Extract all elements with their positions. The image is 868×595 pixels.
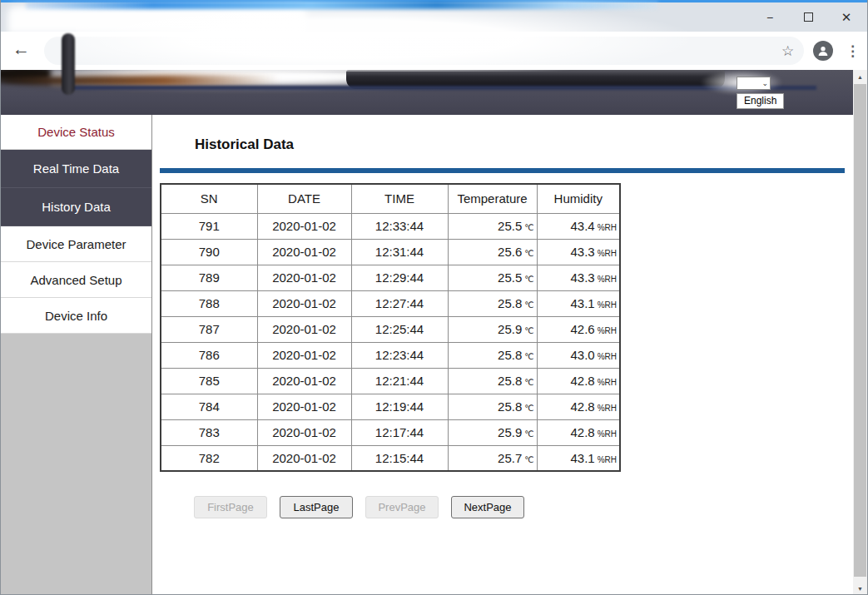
accent-rule (160, 168, 845, 173)
humidity-unit: %RH (598, 455, 617, 464)
cell-date: 2020-01-02 (257, 342, 351, 368)
cell-temperature: 25.8℃ (448, 368, 537, 394)
page-banner-photo: ⌄ English (1, 70, 853, 115)
browser-window: − ✕ ← ☆ ⋮ ⌄ (0, 0, 868, 595)
cell-humidity: 42.8%RH (537, 394, 620, 419)
cell-date: 2020-01-02 (257, 368, 351, 394)
humidity-unit: %RH (598, 275, 617, 284)
column-header-humidity: Humidity (537, 184, 620, 213)
sidebar-item-real-time-data[interactable]: Real Time Data (1, 150, 151, 188)
temperature-unit: ℃ (524, 300, 533, 310)
cell-time: 12:25:44 (351, 316, 448, 342)
language-select[interactable]: ⌄ (737, 77, 771, 90)
table-row: 7842020-01-0212:19:4425.8℃42.8%RH (161, 394, 620, 419)
sidebar-item-device-parameter[interactable]: Device Parameter (1, 226, 151, 262)
cell-temperature: 25.5℃ (448, 265, 537, 290)
cell-time: 12:33:44 (351, 213, 448, 239)
lastpage-button[interactable]: LastPage (280, 496, 353, 518)
pagination: FirstPageLastPagePrevPageNextPage (194, 496, 853, 518)
cell-time: 12:27:44 (351, 290, 448, 316)
temperature-unit: ℃ (524, 455, 533, 464)
temperature-unit: ℃ (524, 249, 533, 258)
temperature-unit: ℃ (524, 378, 533, 387)
content-panel: Historical Data SNDATETIMETemperatureHum… (152, 115, 853, 595)
close-icon[interactable]: ✕ (827, 2, 866, 32)
column-header-sn: SN (161, 184, 257, 213)
banner-glare (51, 70, 517, 90)
minimize-icon[interactable]: − (751, 2, 789, 32)
column-header-temperature: Temperature (448, 184, 537, 213)
sidebar-item-advanced-setup[interactable]: Advanced Setup (1, 262, 151, 298)
cell-date: 2020-01-02 (257, 290, 351, 316)
sidebar-item-device-info[interactable]: Device Info (1, 298, 151, 334)
cell-temperature: 25.9℃ (448, 316, 537, 342)
table-body: 7912020-01-0212:33:4425.5℃43.4%RH7902020… (161, 213, 620, 471)
table-row: 7852020-01-0212:21:4425.8℃42.8%RH (161, 368, 620, 394)
maximize-box (804, 12, 813, 22)
cell-date: 2020-01-02 (257, 265, 351, 290)
browser-tab[interactable] (7, 6, 307, 34)
temperature-unit: ℃ (524, 352, 533, 361)
cell-humidity: 42.8%RH (537, 368, 620, 394)
cell-time: 12:21:44 (351, 368, 448, 394)
column-header-date: DATE (257, 184, 351, 213)
cell-time: 12:15:44 (351, 445, 448, 471)
table-row: 7832020-01-0212:17:4425.9℃42.8%RH (161, 419, 620, 445)
cell-sn: 788 (161, 290, 257, 316)
humidity-unit: %RH (598, 352, 617, 361)
bookmark-star-icon[interactable]: ☆ (781, 42, 794, 60)
cell-temperature: 25.8℃ (448, 342, 537, 368)
scrollbar[interactable]: ▲ ▼ (853, 70, 867, 595)
table-header-row: SNDATETIMETemperatureHumidity (161, 184, 620, 213)
person-glyph (816, 44, 830, 57)
address-bar[interactable] (44, 37, 804, 65)
cell-sn: 783 (161, 419, 257, 445)
sidebar-item-device-status[interactable]: Device Status (1, 115, 151, 150)
profile-avatar-icon[interactable] (813, 41, 833, 61)
title-bar: − ✕ (1, 2, 867, 32)
cell-humidity: 43.1%RH (537, 445, 620, 471)
cell-sn: 786 (161, 342, 257, 368)
cell-temperature: 25.7℃ (448, 445, 537, 471)
cell-time: 12:19:44 (351, 394, 448, 419)
back-icon[interactable]: ← (12, 39, 30, 59)
cell-humidity: 43.3%RH (537, 239, 620, 265)
cell-date: 2020-01-02 (257, 316, 351, 342)
cell-sn: 787 (161, 316, 257, 342)
humidity-unit: %RH (598, 326, 617, 335)
banner-brown-blur (1, 75, 375, 87)
table-row: 7912020-01-0212:33:4425.5℃43.4%RH (161, 213, 620, 239)
maximize-icon[interactable] (789, 2, 827, 32)
cell-time: 12:23:44 (351, 342, 448, 368)
temperature-unit: ℃ (524, 404, 533, 413)
language-option-english[interactable]: English (737, 93, 784, 109)
cell-sn: 785 (161, 368, 257, 394)
cell-humidity: 43.4%RH (537, 213, 620, 239)
nextpage-button[interactable]: NextPage (451, 496, 524, 518)
banner-dark-blob (1, 70, 52, 82)
page-title: Historical Data (195, 136, 853, 153)
humidity-unit: %RH (598, 404, 617, 413)
cell-humidity: 43.0%RH (537, 342, 620, 368)
temperature-unit: ℃ (524, 326, 533, 335)
cell-humidity: 43.1%RH (537, 290, 620, 316)
cell-date: 2020-01-02 (257, 394, 351, 419)
menu-dots-icon[interactable]: ⋮ (846, 42, 860, 60)
cell-date: 2020-01-02 (257, 213, 351, 239)
cell-sn: 789 (161, 265, 257, 290)
window-controls: − ✕ (751, 2, 866, 32)
scroll-up-icon[interactable]: ▲ (853, 70, 867, 83)
main-area: Device StatusReal Time DataHistory DataD… (1, 115, 853, 595)
humidity-unit: %RH (598, 300, 617, 310)
scrollbar-thumb[interactable] (854, 84, 866, 577)
cell-temperature: 25.6℃ (448, 239, 537, 265)
cell-temperature: 25.8℃ (448, 290, 537, 316)
cell-date: 2020-01-02 (257, 445, 351, 471)
scroll-down-icon[interactable]: ▼ (853, 582, 867, 595)
cell-sn: 782 (161, 445, 257, 471)
cell-sn: 784 (161, 394, 257, 419)
browser-toolbar: ← ☆ ⋮ (1, 32, 867, 70)
chevron-down-icon: ⌄ (761, 80, 768, 87)
sidebar-item-history-data[interactable]: History Data (1, 188, 151, 226)
banner-device-photo (346, 70, 725, 89)
